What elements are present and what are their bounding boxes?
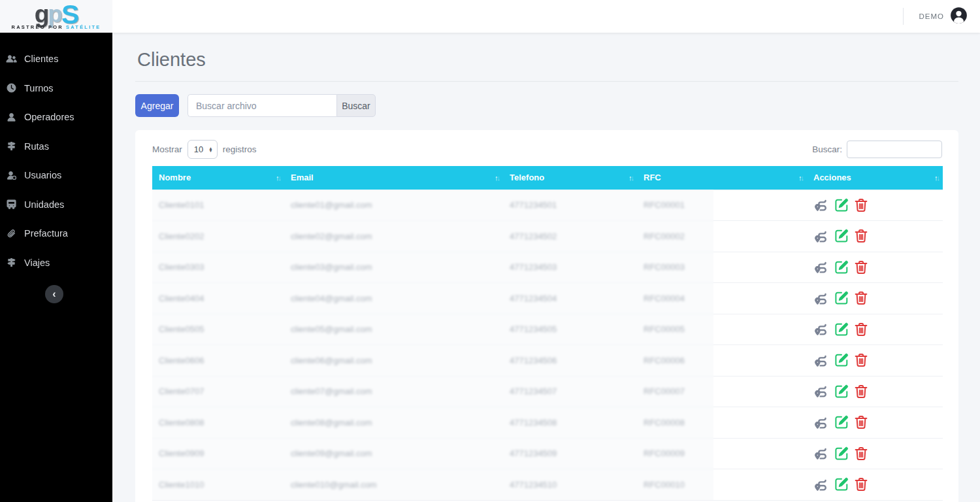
sort-icon: ↑↓ [798, 174, 803, 182]
brand-logo-text: gpS [35, 4, 78, 24]
route-icon[interactable] [813, 197, 830, 213]
sidebar-item-usuarios[interactable]: Usuarios [0, 161, 112, 190]
trash-icon[interactable] [853, 322, 869, 337]
user-menu[interactable]: DEMO [919, 7, 968, 27]
users-icon [6, 54, 17, 65]
sort-icon: ↑↓ [495, 174, 499, 182]
cell-telefono: 4771234506 [510, 356, 557, 365]
clock-icon [6, 82, 17, 93]
main-content: Clientes Agregar Buscar Mostrar 10 ▲ ▼ r… [112, 33, 980, 502]
cell-nombre: Cliente0808 [159, 418, 204, 427]
cell-rfc: RFC00003 [644, 262, 685, 272]
table-header: Nombre↑↓ Email↑↓ Telefono↑↓ RFC↑↓ Accion… [152, 166, 943, 190]
user-clock-icon [6, 170, 17, 181]
datatable-controls: Mostrar 10 ▲ ▼ registros Buscar: [152, 140, 942, 159]
edit-icon[interactable] [834, 228, 849, 244]
trash-icon[interactable] [853, 477, 869, 492]
cell-telefono: 4771234510 [510, 480, 557, 490]
toolbar: Agregar Buscar [135, 94, 958, 117]
navbar-divider [903, 8, 904, 25]
table-row: Cliente0707 cliente07@gmail.com 47712345… [152, 376, 943, 407]
edit-icon[interactable] [834, 290, 849, 306]
edit-icon[interactable] [834, 197, 849, 213]
cell-email: cliente07@gmail.com [291, 386, 372, 396]
page-length-select[interactable]: 10 ▲ ▼ [188, 140, 218, 159]
cell-rfc: RFC00010 [644, 480, 685, 490]
sidebar-item-turnos[interactable]: Turnos [0, 74, 112, 103]
edit-icon[interactable] [834, 322, 849, 337]
cell-nombre: Cliente0505 [159, 324, 204, 334]
route-icon[interactable] [813, 414, 830, 431]
table-row: Cliente0404 cliente04@gmail.com 47712345… [152, 283, 943, 314]
column-header-telefono[interactable]: Telefono↑↓ [503, 166, 637, 190]
route-icon[interactable] [813, 352, 830, 369]
trash-icon[interactable] [853, 414, 869, 430]
trash-icon[interactable] [853, 228, 869, 244]
cell-rfc: RFC00002 [644, 231, 685, 241]
add-button[interactable]: Agregar [135, 94, 179, 117]
edit-icon[interactable] [834, 446, 849, 461]
edit-icon[interactable] [834, 477, 849, 492]
table-search-input[interactable] [847, 141, 942, 158]
sort-icon: ↑↓ [276, 174, 280, 182]
sidebar-item-rutas[interactable]: Rutas [0, 132, 112, 161]
edit-icon[interactable] [834, 352, 849, 368]
cell-nombre: Cliente1010 [159, 480, 204, 490]
cell-nombre: Cliente0707 [159, 386, 204, 396]
sidebar-item-unidades[interactable]: Unidades [0, 190, 112, 220]
trash-icon[interactable] [853, 352, 869, 368]
map-signs-icon [6, 257, 17, 268]
route-icon[interactable] [813, 228, 830, 244]
edit-icon[interactable] [834, 259, 849, 275]
route-icon[interactable] [813, 477, 830, 493]
sidebar-collapse-button[interactable]: ‹ [45, 285, 63, 303]
sidebar-item-label: Clientes [24, 54, 58, 64]
length-value: 10 [194, 144, 203, 154]
trash-icon[interactable] [853, 290, 869, 306]
sidebar-item-clientes[interactable]: Clientes [0, 44, 112, 74]
cell-telefono: 4771234505 [510, 324, 557, 334]
trash-icon[interactable] [853, 446, 869, 461]
edit-icon[interactable] [834, 414, 849, 430]
cell-rfc: RFC00009 [644, 448, 685, 458]
table-row: Cliente0303 cliente03@gmail.com 47712345… [152, 252, 943, 283]
column-header-email[interactable]: Email↑↓ [284, 166, 503, 190]
sidebar-item-viajes[interactable]: Viajes [0, 248, 112, 278]
table-row: Cliente0101 cliente01@gmail.com 47712345… [152, 190, 943, 221]
table-search-control: Buscar: [812, 141, 942, 158]
table-body: Cliente0101 cliente01@gmail.com 47712345… [152, 190, 943, 500]
cell-telefono: 4771234508 [510, 418, 557, 427]
file-search-button[interactable]: Buscar [336, 94, 376, 117]
trash-icon[interactable] [853, 259, 869, 275]
username-label: DEMO [919, 12, 945, 20]
column-header-acciones[interactable]: Acciones↑↓ [807, 166, 943, 190]
cell-nombre: Cliente0202 [159, 231, 204, 241]
route-icon[interactable] [813, 383, 830, 399]
table-row: Cliente0808 cliente08@gmail.com 47712345… [152, 407, 943, 439]
sidebar-item-operadores[interactable]: Operadores [0, 103, 112, 132]
cell-email: cliente09@gmail.com [291, 448, 372, 458]
edit-icon[interactable] [834, 384, 849, 399]
cell-email: cliente08@gmail.com [291, 418, 372, 427]
route-icon[interactable] [813, 259, 830, 275]
avatar[interactable] [950, 7, 968, 27]
cell-telefono: 4771234507 [510, 386, 557, 396]
trash-icon[interactable] [853, 197, 869, 213]
page-title: Clientes [135, 49, 958, 71]
column-header-nombre[interactable]: Nombre↑↓ [152, 166, 284, 190]
file-search-input[interactable] [188, 94, 336, 117]
table-row: Cliente0909 cliente09@gmail.com 47712345… [152, 438, 943, 469]
brand-tagline: RASTREO POR SATÉLITE [12, 24, 101, 30]
brand-logo[interactable]: gpS RASTREO POR SATÉLITE [0, 0, 112, 33]
route-icon[interactable] [813, 290, 830, 307]
route-icon[interactable] [813, 321, 830, 337]
trash-icon[interactable] [853, 384, 869, 399]
route-icon[interactable] [813, 445, 830, 461]
sidebar-nav: Clientes Turnos Operadores Rutas Usuario… [0, 33, 112, 277]
cell-nombre: Cliente0404 [159, 293, 204, 303]
column-header-rfc[interactable]: RFC↑↓ [637, 166, 807, 190]
sort-icon: ↑↓ [629, 174, 633, 182]
sidebar-item-prefactura[interactable]: Prefactura [0, 219, 112, 248]
sidebar-item-label: Operadores [24, 112, 74, 122]
length-label-before: Mostrar [152, 144, 182, 154]
